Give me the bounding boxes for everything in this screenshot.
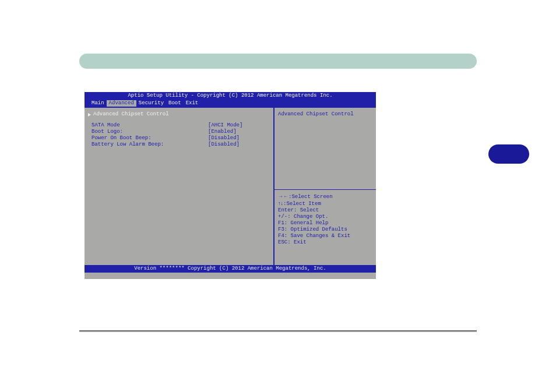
bios-key-help: →←:Select Screen ↑↓:Select Item Enter: S… <box>274 189 376 265</box>
bios-footer: Version ******** Copyright (C) 2012 Amer… <box>85 265 376 273</box>
bios-help-description: Advanced Chipset Control <box>274 107 376 189</box>
bios-menu-bar: MainAdvancedSecurityBootExit <box>85 100 376 107</box>
help-enter: Enter: Select <box>278 207 372 214</box>
help-description-text: Advanced Chipset Control <box>278 111 354 117</box>
menu-security[interactable]: Security <box>136 100 166 107</box>
setting-value: [Disabled] <box>208 142 240 148</box>
bios-window: Aptio Setup Utility - Copyright (C) 2012… <box>85 92 376 279</box>
setting-label: Power On Boot Beep: <box>92 135 208 142</box>
bios-left-pane: Advanced Chipset Control SATA Mode [AHCI… <box>85 107 274 265</box>
arrow-left-icon: ← <box>283 193 288 199</box>
setting-label: Battery Low Alarm Beep: <box>92 142 208 148</box>
setting-power-on-boot-beep[interactable]: Power On Boot Beep: [Disabled] <box>92 135 270 142</box>
submenu-arrow-icon <box>88 113 91 116</box>
page-header-bar <box>79 54 477 69</box>
setting-label: Boot Logo: <box>92 129 208 135</box>
help-select-item: ↑↓:Select Item <box>278 200 372 207</box>
menu-advanced[interactable]: Advanced <box>107 100 136 107</box>
help-change-opt: +/-: Change Opt. <box>278 214 372 220</box>
arrow-right-icon: → <box>278 193 283 199</box>
advanced-chipset-control-item[interactable]: Advanced Chipset Control <box>88 111 270 118</box>
menu-boot[interactable]: Boot <box>166 100 184 107</box>
help-f3: F3: Optimized Defaults <box>278 227 372 233</box>
side-tab-indicator <box>488 144 529 164</box>
setting-boot-logo[interactable]: Boot Logo: [Enabled] <box>92 129 270 135</box>
setting-value: [AHCI Mode] <box>208 122 242 129</box>
setting-value: [Disabled] <box>208 135 240 142</box>
help-f1: F1: General Help <box>278 220 372 227</box>
help-esc: ESC: Exit <box>278 239 372 246</box>
help-f4: F4: Save Changes & Exit <box>278 233 372 239</box>
setting-sata-mode[interactable]: SATA Mode [AHCI Mode] <box>92 122 270 129</box>
bios-title: Aptio Setup Utility - Copyright (C) 2012… <box>85 92 376 100</box>
advanced-chipset-label: Advanced Chipset Control <box>93 111 169 118</box>
bios-right-pane: Advanced Chipset Control →←:Select Scree… <box>274 107 376 265</box>
help-select-screen: →←:Select Screen <box>278 193 372 200</box>
setting-label: SATA Mode <box>92 122 208 129</box>
menu-exit[interactable]: Exit <box>184 100 201 107</box>
menu-main[interactable]: Main <box>89 100 107 107</box>
setting-value: [Enabled] <box>208 129 237 135</box>
bios-body: Advanced Chipset Control SATA Mode [AHCI… <box>85 107 376 265</box>
section-divider <box>79 330 477 332</box>
setting-battery-low-alarm-beep[interactable]: Battery Low Alarm Beep: [Disabled] <box>92 142 270 148</box>
